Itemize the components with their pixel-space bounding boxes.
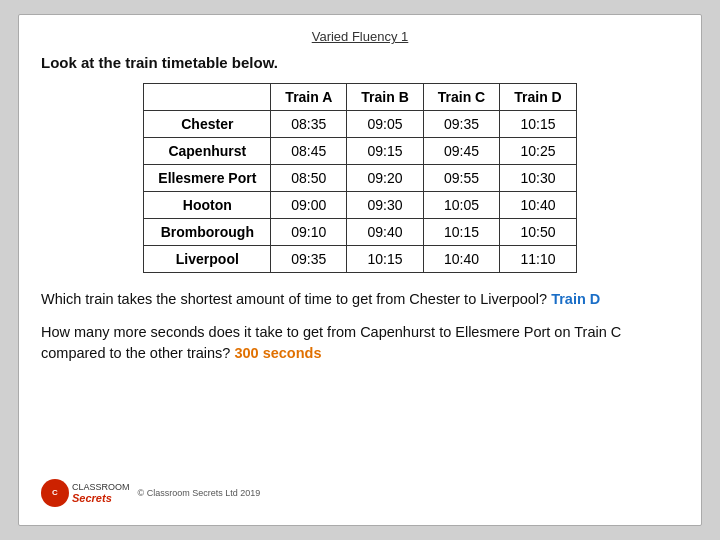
brand-name: CLASSROOM <box>72 482 130 493</box>
cell-station: Capenhurst <box>144 138 271 165</box>
cell-trainD: 10:15 <box>500 111 576 138</box>
col-header-trainC: Train C <box>423 84 499 111</box>
col-header-trainB: Train B <box>347 84 423 111</box>
question1-answer: Train D <box>551 291 600 307</box>
cell-trainA: 09:10 <box>271 219 347 246</box>
table-row: Chester 08:35 09:05 09:35 10:15 <box>144 111 576 138</box>
table-row: Bromborough 09:10 09:40 10:15 10:50 <box>144 219 576 246</box>
cell-trainA: 08:50 <box>271 165 347 192</box>
cell-trainC: 10:40 <box>423 246 499 273</box>
question1: Which train takes the shortest amount of… <box>41 289 679 310</box>
page-subtitle: Look at the train timetable below. <box>41 54 679 71</box>
page-title: Varied Fluency 1 <box>41 29 679 44</box>
timetable: Train A Train B Train C Train D Chester … <box>143 83 576 273</box>
table-row: Ellesmere Port 08:50 09:20 09:55 10:30 <box>144 165 576 192</box>
col-header-trainD: Train D <box>500 84 576 111</box>
cell-station: Ellesmere Port <box>144 165 271 192</box>
cell-trainB: 09:30 <box>347 192 423 219</box>
cell-station: Chester <box>144 111 271 138</box>
footer: C CLASSROOM Secrets © Classroom Secrets … <box>41 479 260 507</box>
brand-secrets: Secrets <box>72 492 130 504</box>
cell-station: Liverpool <box>144 246 271 273</box>
logo-icon: C <box>41 479 69 507</box>
cell-station: Bromborough <box>144 219 271 246</box>
cell-trainD: 10:30 <box>500 165 576 192</box>
logo-text-block: CLASSROOM Secrets <box>72 482 130 505</box>
logo: C CLASSROOM Secrets <box>41 479 130 507</box>
cell-station: Hooton <box>144 192 271 219</box>
cell-trainD: 11:10 <box>500 246 576 273</box>
cell-trainC: 10:15 <box>423 219 499 246</box>
question2-answer: 300 seconds <box>234 345 321 361</box>
cell-trainD: 10:25 <box>500 138 576 165</box>
cell-trainA: 09:00 <box>271 192 347 219</box>
cell-trainA: 08:45 <box>271 138 347 165</box>
table-row: Capenhurst 08:45 09:15 09:45 10:25 <box>144 138 576 165</box>
table-row: Liverpool 09:35 10:15 10:40 11:10 <box>144 246 576 273</box>
cell-trainD: 10:40 <box>500 192 576 219</box>
question2: How many more seconds does it take to ge… <box>41 322 679 364</box>
cell-trainC: 09:45 <box>423 138 499 165</box>
question2-text: How many more seconds does it take to ge… <box>41 324 621 361</box>
cell-trainB: 09:40 <box>347 219 423 246</box>
col-header-station <box>144 84 271 111</box>
col-header-trainA: Train A <box>271 84 347 111</box>
cell-trainB: 10:15 <box>347 246 423 273</box>
table-header-row: Train A Train B Train C Train D <box>144 84 576 111</box>
cell-trainC: 09:55 <box>423 165 499 192</box>
content-card: Varied Fluency 1 Look at the train timet… <box>18 14 702 526</box>
question1-text: Which train takes the shortest amount of… <box>41 291 551 307</box>
cell-trainB: 09:20 <box>347 165 423 192</box>
timetable-wrapper: Train A Train B Train C Train D Chester … <box>41 83 679 273</box>
footer-url: © Classroom Secrets Ltd 2019 <box>138 488 261 498</box>
cell-trainC: 10:05 <box>423 192 499 219</box>
cell-trainC: 09:35 <box>423 111 499 138</box>
cell-trainA: 09:35 <box>271 246 347 273</box>
cell-trainB: 09:15 <box>347 138 423 165</box>
cell-trainA: 08:35 <box>271 111 347 138</box>
cell-trainD: 10:50 <box>500 219 576 246</box>
cell-trainB: 09:05 <box>347 111 423 138</box>
table-row: Hooton 09:00 09:30 10:05 10:40 <box>144 192 576 219</box>
